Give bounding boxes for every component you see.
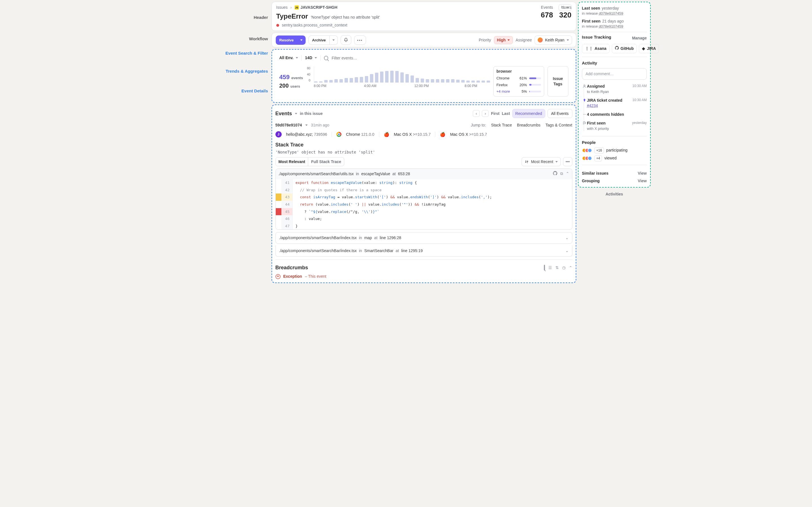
chart-bar: [456, 80, 460, 82]
collapse-icon[interactable]: ⌃: [566, 171, 569, 177]
events-stat[interactable]: Events 678: [541, 5, 553, 20]
recommended-pill[interactable]: Recommended: [512, 109, 545, 118]
release-link[interactable]: d078e9107459: [599, 24, 623, 29]
resolve-button[interactable]: Resolve: [276, 36, 297, 45]
y-tick: 40: [307, 72, 310, 76]
chart-bar: [350, 78, 353, 82]
last-event-link[interactable]: Last: [502, 111, 510, 116]
filter-input[interactable]: [331, 55, 568, 61]
archive-more-button[interactable]: [329, 36, 338, 45]
chart-bar: [471, 80, 475, 82]
priority-chip[interactable]: High: [494, 36, 513, 44]
event-id[interactable]: 59d078e91074: [275, 122, 302, 128]
first-seen-label: First seen: [582, 18, 601, 24]
subscribe-button[interactable]: [341, 35, 351, 45]
line-number: 44: [282, 201, 293, 208]
chart-bar: [446, 79, 449, 82]
chevron-down-icon: [507, 40, 510, 41]
frame-loc: line 1296:28: [380, 235, 401, 240]
tag-name: Chrome: [497, 76, 509, 81]
apple-icon: 🍎: [440, 131, 446, 138]
jump-breadcrumbs[interactable]: Breadcrumbs: [517, 122, 541, 128]
people-participating[interactable]: +16 participating: [582, 147, 647, 154]
more-icon: •••: [357, 38, 363, 42]
chart-bar: [410, 75, 414, 82]
tag-pct: 5%: [522, 89, 527, 94]
expand-icon[interactable]: ⌄: [565, 248, 569, 253]
filter-icon[interactable]: ☰: [548, 265, 552, 270]
add-comment-input[interactable]: Add comment…: [582, 68, 647, 80]
last-seen-value: yesterday: [602, 6, 619, 11]
events-count[interactable]: 459: [280, 73, 290, 81]
jump-tags[interactable]: Tags & Context: [546, 122, 572, 128]
chevron-down-icon: [315, 57, 317, 59]
collapsed-frame[interactable]: ./app/components/smartSearchBar/index.ts…: [275, 245, 572, 257]
project-badge[interactable]: JS JAVASCRIPT-SHGH: [295, 5, 338, 10]
bc-thisevent: – This event: [305, 274, 326, 279]
timeline-icon: [582, 112, 587, 116]
frame-fn: SmartSearchBar: [364, 248, 393, 253]
chart-bar: [345, 78, 348, 82]
chart-bar: [431, 79, 434, 82]
resolve-more-button[interactable]: [297, 36, 306, 45]
environment-select[interactable]: All Env.: [280, 55, 302, 61]
os-version: >=10.15.7: [413, 132, 430, 136]
users-label: Users: [559, 5, 571, 10]
view-grouping[interactable]: View: [638, 178, 647, 184]
prev-event-button[interactable]: ‹: [473, 110, 479, 117]
time-icon[interactable]: ◷: [562, 265, 566, 270]
tags-more[interactable]: +4 more: [497, 89, 510, 94]
users-count[interactable]: 200: [280, 82, 289, 90]
github-icon[interactable]: [553, 171, 557, 177]
events-count-label: events: [291, 75, 303, 80]
collapsed-frame[interactable]: ./app/components/smartSearchBar/index.ts…: [275, 232, 572, 244]
rail-search: Event Search & Filter: [212, 50, 270, 56]
tags-box[interactable]: browser Chrome 61% Firefox: [493, 66, 544, 97]
user-email: hello@abc.xyz;: [286, 132, 313, 136]
people-viewed[interactable]: +4 viewed: [582, 155, 647, 161]
full-stack-tab[interactable]: Full Stack Trace: [308, 158, 344, 166]
sort-select[interactable]: Most Recent: [522, 157, 561, 166]
release-link[interactable]: d078e9107459: [599, 11, 623, 15]
users-count-label: users: [290, 84, 300, 89]
fire-icon: ✦: [275, 274, 281, 279]
svg-point-2: [584, 114, 585, 115]
tracker-github[interactable]: GitHub: [612, 44, 637, 53]
frame-at: at: [393, 171, 396, 177]
participating-count: +16: [594, 147, 604, 154]
copy-icon[interactable]: ⧉: [560, 171, 563, 177]
archive-button[interactable]: Archive: [308, 36, 329, 45]
first-event-link[interactable]: First: [491, 111, 499, 116]
chevron-down-icon[interactable]: [305, 124, 308, 126]
all-events-button[interactable]: All Events: [548, 109, 572, 118]
expand-icon[interactable]: ⌄: [565, 235, 569, 240]
next-event-button[interactable]: ›: [482, 110, 489, 117]
x-tick: 4:00 AM: [364, 83, 389, 88]
manage-link[interactable]: Manage: [632, 36, 647, 41]
breadcrumb-root[interactable]: Issues: [276, 5, 288, 10]
chart-bar: [436, 79, 439, 82]
chevron-down-icon[interactable]: [295, 113, 297, 114]
search-icon[interactable]: [544, 265, 545, 270]
line-number: 41: [282, 179, 293, 186]
events-title: Events: [275, 110, 292, 117]
first-seen-prefix: in release: [582, 24, 598, 29]
jump-stacktrace[interactable]: Stack Trace: [491, 122, 512, 128]
period-select[interactable]: 14D: [305, 55, 320, 61]
assignee-picker[interactable]: Keith Ryan: [535, 36, 572, 45]
chart-bar: [360, 77, 363, 82]
tracker-asana[interactable]: ⋮⋮Asana: [582, 44, 610, 53]
view-similar[interactable]: View: [638, 171, 647, 176]
issue-tags-button[interactable]: Issue Tags: [548, 66, 568, 97]
user-number: 739596: [314, 132, 327, 136]
stacktrace-more-button[interactable]: •••: [563, 157, 572, 166]
more-actions-button[interactable]: •••: [354, 36, 366, 45]
ticket-link[interactable]: #4234: [587, 103, 598, 108]
tracker-jira[interactable]: ◆JIRA: [639, 44, 659, 53]
line-number: 45: [282, 208, 293, 216]
most-relevant-tab[interactable]: Most Relevant: [276, 158, 308, 166]
sort-icon[interactable]: ⇅: [555, 265, 559, 270]
users-stat[interactable]: Users 320: [559, 5, 571, 20]
collapse-icon[interactable]: ⌃: [569, 265, 572, 270]
frame-loc: 653:28: [398, 171, 410, 177]
